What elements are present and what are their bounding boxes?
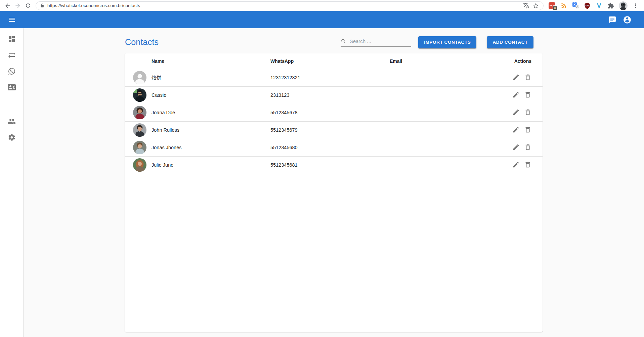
lock-icon [40, 3, 44, 8]
import-contacts-button[interactable]: IMPORT CONTACTS [418, 36, 476, 48]
svg-text:UO: UO [586, 4, 589, 7]
edit-icon[interactable] [512, 74, 520, 82]
edit-icon[interactable] [512, 91, 520, 99]
browser-menu-icon[interactable] [632, 2, 639, 9]
forward-icon[interactable] [13, 1, 23, 11]
sidebar [0, 28, 24, 337]
chat-icon[interactable] [605, 12, 620, 27]
delete-icon[interactable] [524, 143, 531, 152]
sidebar-divider [0, 97, 23, 97]
sidebar-item-dashboard[interactable] [0, 31, 23, 47]
profile-avatar[interactable] [619, 1, 628, 10]
bookmark-star-icon[interactable] [532, 2, 539, 9]
avatar [133, 141, 146, 154]
avatar [133, 106, 146, 119]
table-row: 烙饼 12312312321 [125, 69, 543, 86]
contact-whatsapp: 5512345681 [270, 156, 390, 174]
delete-icon[interactable] [524, 74, 531, 82]
table-row: Joana Doe 5512345678 [125, 104, 543, 121]
delete-icon[interactable] [524, 161, 531, 169]
edit-icon[interactable] [512, 143, 520, 152]
page-title: Contacts [125, 37, 159, 47]
menu-hamburger-icon[interactable] [5, 12, 19, 27]
contact-name: 烙饼 [152, 69, 270, 86]
contacts-card: Name WhatsApp Email Actions [125, 53, 543, 332]
translate-page-icon[interactable] [523, 2, 529, 9]
contact-email [390, 139, 490, 156]
table-row: Cassio 2313123 [125, 86, 543, 104]
extensions-area: 3 UO V [546, 1, 641, 10]
search-box[interactable] [341, 38, 411, 47]
contact-email [390, 69, 490, 86]
avatar-column-header [125, 53, 152, 69]
delete-icon[interactable] [524, 91, 531, 99]
ublock-extension-icon[interactable]: UO [584, 2, 591, 9]
edit-icon[interactable] [512, 109, 520, 117]
connections-icon [8, 51, 16, 59]
users-icon [8, 117, 16, 125]
contact-name: John Rulless [152, 121, 270, 139]
contact-email [390, 104, 490, 121]
extension-badge: 3 [553, 6, 557, 10]
extensions-puzzle-icon[interactable] [607, 2, 614, 9]
settings-gear-icon [8, 133, 16, 141]
delete-icon[interactable] [524, 109, 531, 117]
sidebar-item-tickets[interactable] [0, 63, 23, 79]
whatsapp-icon [8, 67, 16, 75]
v-extension-icon[interactable]: V [595, 2, 603, 9]
actions-column-header: Actions [490, 53, 543, 69]
contact-name: Joana Doe [152, 104, 270, 121]
reload-icon[interactable] [23, 1, 33, 11]
table-row: Julie June 5512345681 [125, 156, 543, 174]
contact-name: Julie June [152, 156, 270, 174]
sidebar-item-connections[interactable] [0, 47, 23, 63]
app-bar [0, 11, 644, 28]
contact-name: Cassio [152, 86, 270, 104]
address-bar[interactable]: https://whaticket.economicros.com.br/con… [36, 1, 544, 10]
dashboard-icon [8, 35, 16, 43]
avatar [133, 88, 146, 102]
edit-icon[interactable] [512, 161, 520, 169]
contact-email [390, 121, 490, 139]
browser-toolbar: https://whaticket.economicros.com.br/con… [0, 0, 644, 11]
contact-whatsapp: 5512345680 [270, 139, 390, 156]
contact-whatsapp: 2313123 [270, 86, 390, 104]
sidebar-item-users[interactable] [0, 113, 23, 129]
account-circle-icon[interactable] [620, 12, 635, 27]
sidebar-item-settings[interactable] [0, 129, 23, 145]
name-column-header: Name [152, 53, 270, 69]
url-text: https://whaticket.economicros.com.br/con… [47, 3, 520, 8]
main-content: Contacts IMPORT CONTACTS ADD CONTACT [24, 28, 644, 337]
contact-whatsapp: 5512345678 [270, 104, 390, 121]
avatar [133, 123, 146, 137]
back-icon[interactable] [3, 1, 13, 11]
rss-extension-icon[interactable] [560, 2, 567, 9]
search-input[interactable] [350, 38, 412, 44]
search-icon [341, 38, 346, 45]
page-header: Contacts IMPORT CONTACTS ADD CONTACT [125, 36, 543, 48]
sidebar-divider [0, 147, 23, 147]
delete-icon[interactable] [524, 126, 531, 134]
email-column-header: Email [390, 53, 490, 69]
table-row: Jonas Jhones 5512345680 [125, 139, 543, 156]
avatar [133, 71, 146, 84]
comments-extension-icon[interactable]: 3 [548, 2, 556, 9]
table-header-row: Name WhatsApp Email Actions [125, 53, 543, 69]
contact-email [390, 156, 490, 174]
whatsapp-column-header: WhatsApp [270, 53, 390, 69]
translate-extension-icon[interactable] [572, 2, 579, 9]
add-contact-button[interactable]: ADD CONTACT [487, 36, 533, 48]
contact-whatsapp: 12312312321 [270, 69, 390, 86]
edit-icon[interactable] [512, 126, 520, 134]
avatar [133, 158, 146, 172]
contact-whatsapp: 5512345679 [270, 121, 390, 139]
contacts-book-icon [8, 83, 16, 91]
contact-name: Jonas Jhones [152, 139, 270, 156]
contact-email [390, 86, 490, 104]
sidebar-item-contacts[interactable] [0, 79, 23, 95]
contacts-table: Name WhatsApp Email Actions [125, 53, 543, 174]
table-row: John Rulless 5512345679 [125, 121, 543, 139]
